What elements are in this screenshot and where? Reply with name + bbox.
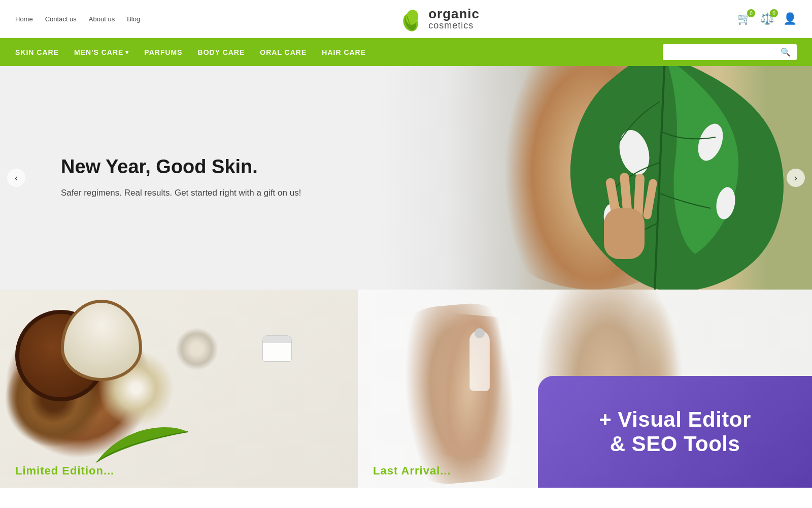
logo-leaf-icon	[398, 6, 423, 31]
hero-subtitle: Safer regimens. Real results. Get starte…	[61, 186, 301, 200]
nav-parfums[interactable]: PARFUMS	[144, 48, 182, 56]
logo-cosmetics: cosmetics	[428, 21, 480, 31]
nav-contact[interactable]: Contact us	[45, 15, 77, 23]
bottom-right-label: Last Arrival...	[373, 464, 451, 478]
top-icons: 🛒 0 ⚖️ 0 👤	[737, 12, 797, 25]
nav-home[interactable]: Home	[15, 15, 33, 23]
nav-blog[interactable]: Blog	[127, 15, 140, 23]
logo-organic: organic	[428, 7, 480, 21]
account-button[interactable]: 👤	[783, 12, 797, 25]
hero-content: New Year, Good Skin. Safer regimens. Rea…	[61, 156, 301, 200]
bottom-left-card: Limited Edition...	[0, 290, 358, 488]
hero-title: New Year, Good Skin.	[61, 156, 301, 178]
overlay-line1: + Visual Editor	[599, 407, 751, 431]
logo-text: organic cosmetics	[428, 7, 480, 31]
hero-image	[370, 66, 812, 290]
nav-about[interactable]: About us	[89, 15, 115, 23]
top-navigation: Home Contact us About us Blog	[15, 15, 140, 23]
hero-slider: New Year, Good Skin. Safer regimens. Rea…	[0, 66, 812, 290]
bottom-section: Limited Edition... + Visual Editor & SEO…	[0, 290, 812, 488]
search-input[interactable]	[663, 45, 774, 59]
cart-badge: 0	[747, 9, 755, 17]
main-navigation: SKIN CARE MEN'S CARE PARFUMS BODY CARE O…	[15, 48, 366, 56]
search-box: 🔍	[663, 44, 797, 60]
nav-body-care[interactable]: BODY CARE	[198, 48, 245, 56]
top-bar: Home Contact us About us Blog organic co…	[0, 0, 812, 38]
visual-editor-text: + Visual Editor & SEO Tools	[599, 407, 751, 457]
nav-oral-care[interactable]: ORAL CARE	[260, 48, 307, 56]
bottom-right-card: + Visual Editor & SEO Tools Last Arrival…	[358, 290, 812, 488]
main-nav-bar: SKIN CARE MEN'S CARE PARFUMS BODY CARE O…	[0, 38, 812, 66]
balance-button[interactable]: ⚖️ 0	[760, 12, 774, 25]
nav-skin-care[interactable]: SKIN CARE	[15, 48, 59, 56]
nav-hair-care[interactable]: HAIR CARE	[322, 48, 366, 56]
slider-next-button[interactable]: ›	[787, 169, 805, 187]
search-button[interactable]: 🔍	[774, 44, 797, 60]
visual-editor-overlay: + Visual Editor & SEO Tools	[538, 376, 812, 488]
bottom-left-label: Limited Edition...	[15, 464, 114, 478]
logo[interactable]: organic cosmetics	[398, 6, 480, 31]
overlay-line2: & SEO Tools	[610, 432, 740, 456]
nav-mens-care[interactable]: MEN'S CARE	[74, 48, 129, 56]
bottom-leaf	[91, 417, 193, 467]
cart-button[interactable]: 🛒 0	[737, 12, 751, 25]
slider-prev-button[interactable]: ‹	[7, 169, 25, 187]
balance-badge: 0	[770, 9, 778, 17]
